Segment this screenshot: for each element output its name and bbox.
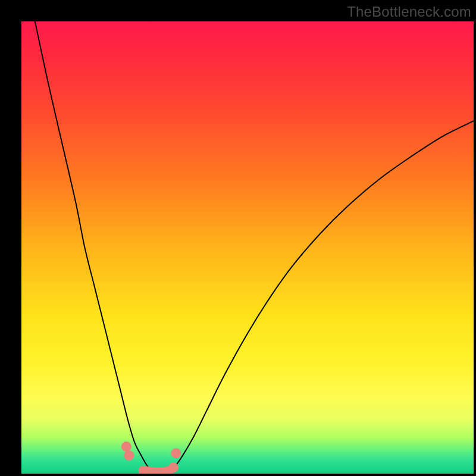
chart-container: TheBottleneck.com	[0, 0, 476, 476]
svg-point-6	[168, 463, 178, 473]
watermark: TheBottleneck.com	[347, 4, 471, 20]
plot-area	[21, 21, 474, 474]
svg-point-0	[121, 441, 131, 452]
svg-point-1	[124, 450, 134, 461]
curves-svg	[21, 21, 474, 474]
left-curve	[35, 21, 155, 471]
right-curve	[171, 121, 474, 471]
svg-point-7	[171, 448, 181, 458]
bottom-dots	[121, 441, 181, 474]
